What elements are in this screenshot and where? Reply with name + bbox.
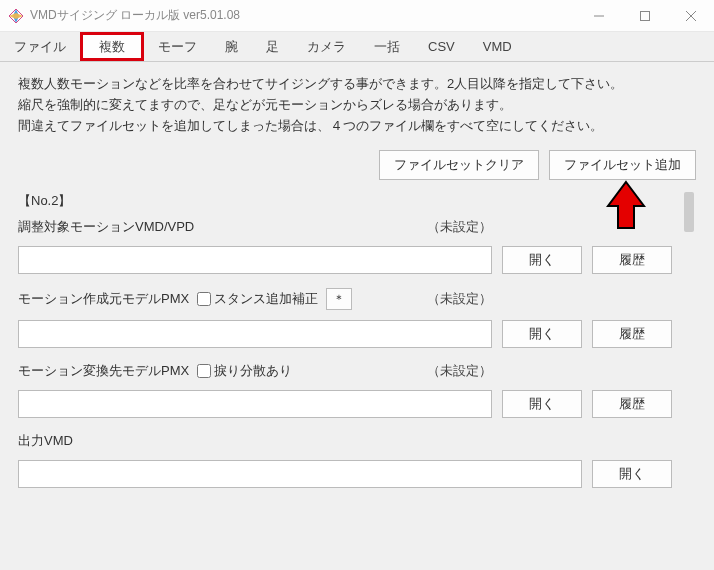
fileset-clear-button[interactable]: ファイルセットクリア — [379, 150, 539, 180]
target-motion-input[interactable] — [18, 246, 492, 274]
history-button[interactable]: 履歴 — [592, 390, 672, 418]
field-status: （未設定） — [427, 362, 492, 380]
content-area: 複数人数モーションなどを比率を合わせてサイジングする事ができます。2人目以降を指… — [0, 62, 714, 514]
tab-camera[interactable]: カメラ — [293, 32, 360, 61]
scrollbar-thumb[interactable] — [684, 192, 694, 232]
field-label: 出力VMD — [18, 432, 73, 450]
twist-dispersion-checkbox[interactable]: 捩り分散あり — [197, 362, 292, 380]
close-button[interactable] — [668, 0, 714, 32]
source-model-input[interactable] — [18, 320, 492, 348]
history-button[interactable]: 履歴 — [592, 320, 672, 348]
svg-rect-1 — [641, 11, 650, 20]
field-label: 調整対象モーションVMD/VPD — [18, 218, 194, 236]
tab-leg[interactable]: 足 — [252, 32, 293, 61]
tab-file[interactable]: ファイル — [0, 32, 80, 61]
twist-dispersion-input[interactable] — [197, 364, 211, 378]
open-button[interactable]: 開く — [502, 246, 582, 274]
history-button[interactable]: 履歴 — [592, 246, 672, 274]
stance-correction-checkbox[interactable]: スタンス追加補正 — [197, 290, 318, 308]
target-model-input[interactable] — [18, 390, 492, 418]
fileset-buttons: ファイルセットクリア ファイルセット追加 — [18, 150, 696, 180]
open-button[interactable]: 開く — [502, 390, 582, 418]
field-source-model: モーション作成元モデルPMX スタンス追加補正 ＊ （未設定） 開く 履歴 — [18, 288, 672, 348]
field-target-motion: 調整対象モーションVMD/VPD （未設定） 開く 履歴 — [18, 218, 672, 274]
field-label: モーション変換先モデルPMX — [18, 362, 189, 380]
field-target-model: モーション変換先モデルPMX 捩り分散あり （未設定） 開く 履歴 — [18, 362, 672, 418]
section-title: 【No.2】 — [18, 192, 672, 210]
fileset-section: 【No.2】 調整対象モーションVMD/VPD （未設定） 開く 履歴 モーショ… — [18, 192, 676, 502]
window-title: VMDサイジング ローカル版 ver5.01.08 — [30, 7, 576, 24]
open-button[interactable]: 開く — [502, 320, 582, 348]
tab-arm[interactable]: 腕 — [211, 32, 252, 61]
maximize-button[interactable] — [622, 0, 668, 32]
tab-batch[interactable]: 一括 — [360, 32, 414, 61]
stance-correction-input[interactable] — [197, 292, 211, 306]
titlebar: VMDサイジング ローカル版 ver5.01.08 — [0, 0, 714, 32]
intro-text: 複数人数モーションなどを比率を合わせてサイジングする事ができます。2人目以降を指… — [18, 74, 696, 136]
output-vmd-input[interactable] — [18, 460, 582, 488]
field-status: （未設定） — [427, 218, 492, 236]
intro-line: 複数人数モーションなどを比率を合わせてサイジングする事ができます。2人目以降を指… — [18, 74, 696, 95]
intro-line: 縮尺を強制的に変えてますので、足などが元モーションからズレる場合があります。 — [18, 95, 696, 116]
tab-morph[interactable]: モーフ — [144, 32, 211, 61]
app-icon — [8, 8, 24, 24]
checkbox-label: 捩り分散あり — [214, 362, 292, 380]
tab-csv[interactable]: CSV — [414, 32, 469, 61]
open-button[interactable]: 開く — [592, 460, 672, 488]
minimize-button[interactable] — [576, 0, 622, 32]
tab-vmd[interactable]: VMD — [469, 32, 526, 61]
star-button[interactable]: ＊ — [326, 288, 352, 310]
fileset-add-button[interactable]: ファイルセット追加 — [549, 150, 696, 180]
field-output-vmd: 出力VMD 開く — [18, 432, 672, 488]
tab-bar: ファイル 複数 モーフ 腕 足 カメラ 一括 CSV VMD — [0, 32, 714, 62]
tab-multi[interactable]: 複数 — [80, 32, 144, 61]
scrollbar[interactable] — [682, 192, 696, 502]
field-status: （未設定） — [427, 290, 492, 308]
checkbox-label: スタンス追加補正 — [214, 290, 318, 308]
field-label: モーション作成元モデルPMX — [18, 290, 189, 308]
intro-line: 間違えてファイルセットを追加してしまった場合は、４つのファイル欄をすべて空にして… — [18, 116, 696, 137]
window-controls — [576, 0, 714, 32]
